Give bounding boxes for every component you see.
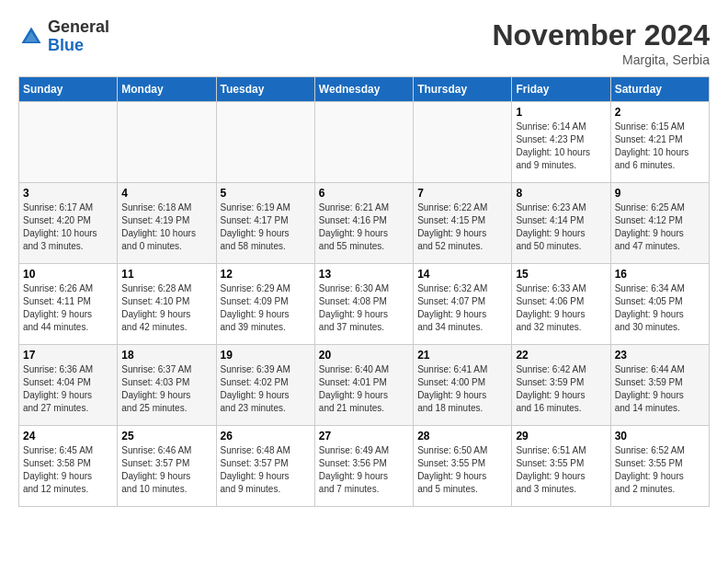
day-number: 6 [319, 187, 409, 200]
calendar-day-cell: 2Sunrise: 6:15 AM Sunset: 4:21 PM Daylig… [610, 102, 709, 183]
day-info: Sunrise: 6:40 AM Sunset: 4:01 PM Dayligh… [319, 363, 409, 415]
day-number: 28 [417, 430, 507, 442]
day-number: 5 [221, 187, 311, 200]
day-info: Sunrise: 6:37 AM Sunset: 4:03 PM Dayligh… [121, 363, 211, 415]
day-number: 30 [615, 430, 705, 442]
calendar-day-cell: 29Sunrise: 6:51 AM Sunset: 3:55 PM Dayli… [512, 426, 610, 507]
day-info: Sunrise: 6:25 AM Sunset: 4:12 PM Dayligh… [615, 201, 705, 253]
calendar-day-cell [118, 102, 216, 183]
day-info: Sunrise: 6:44 AM Sunset: 3:59 PM Dayligh… [615, 363, 705, 415]
day-number: 1 [516, 106, 606, 119]
day-number: 22 [516, 349, 606, 362]
day-number: 25 [121, 430, 211, 442]
calendar-day-cell: 16Sunrise: 6:34 AM Sunset: 4:05 PM Dayli… [610, 264, 709, 345]
day-number: 23 [615, 349, 705, 362]
weekday-header-saturday: Saturday [610, 77, 709, 102]
location-subtitle: Margita, Serbia [492, 52, 710, 67]
day-number: 21 [417, 349, 507, 362]
day-info: Sunrise: 6:26 AM Sunset: 4:11 PM Dayligh… [23, 282, 113, 334]
calendar-week-row: 1Sunrise: 6:14 AM Sunset: 4:23 PM Daylig… [19, 102, 710, 183]
calendar-day-cell: 12Sunrise: 6:29 AM Sunset: 4:09 PM Dayli… [216, 264, 314, 345]
day-info: Sunrise: 6:50 AM Sunset: 3:55 PM Dayligh… [417, 444, 507, 496]
weekday-header-friday: Friday [512, 77, 610, 102]
calendar-day-cell: 30Sunrise: 6:52 AM Sunset: 3:55 PM Dayli… [610, 426, 709, 507]
day-info: Sunrise: 6:48 AM Sunset: 3:57 PM Dayligh… [221, 444, 311, 496]
day-info: Sunrise: 6:51 AM Sunset: 3:55 PM Dayligh… [516, 444, 606, 496]
day-number: 26 [221, 430, 311, 442]
calendar-day-cell: 6Sunrise: 6:21 AM Sunset: 4:16 PM Daylig… [314, 183, 413, 264]
calendar-day-cell: 11Sunrise: 6:28 AM Sunset: 4:10 PM Dayli… [118, 264, 216, 345]
day-info: Sunrise: 6:28 AM Sunset: 4:10 PM Dayligh… [121, 282, 211, 334]
day-info: Sunrise: 6:21 AM Sunset: 4:16 PM Dayligh… [319, 201, 409, 253]
day-number: 19 [221, 349, 311, 362]
calendar-week-row: 10Sunrise: 6:26 AM Sunset: 4:11 PM Dayli… [19, 264, 710, 345]
day-info: Sunrise: 6:29 AM Sunset: 4:09 PM Dayligh… [221, 282, 311, 334]
day-info: Sunrise: 6:19 AM Sunset: 4:17 PM Dayligh… [221, 201, 311, 253]
day-info: Sunrise: 6:30 AM Sunset: 4:08 PM Dayligh… [319, 282, 409, 334]
day-number: 13 [319, 268, 409, 281]
calendar-day-cell: 20Sunrise: 6:40 AM Sunset: 4:01 PM Dayli… [314, 345, 413, 426]
logo-text: General Blue [48, 18, 109, 55]
logo-icon [18, 24, 44, 50]
weekday-header-monday: Monday [118, 77, 216, 102]
day-info: Sunrise: 6:22 AM Sunset: 4:15 PM Dayligh… [417, 201, 507, 253]
title-area: November 2024 Margita, Serbia [492, 18, 710, 67]
calendar-day-cell: 24Sunrise: 6:45 AM Sunset: 3:58 PM Dayli… [19, 426, 118, 507]
day-info: Sunrise: 6:14 AM Sunset: 4:23 PM Dayligh… [516, 121, 606, 172]
calendar-day-cell: 8Sunrise: 6:23 AM Sunset: 4:14 PM Daylig… [512, 183, 610, 264]
calendar-day-cell: 9Sunrise: 6:25 AM Sunset: 4:12 PM Daylig… [610, 183, 709, 264]
calendar-week-row: 17Sunrise: 6:36 AM Sunset: 4:04 PM Dayli… [19, 345, 710, 426]
calendar-day-cell: 7Sunrise: 6:22 AM Sunset: 4:15 PM Daylig… [414, 183, 512, 264]
day-info: Sunrise: 6:52 AM Sunset: 3:55 PM Dayligh… [615, 444, 705, 496]
page-header: General Blue November 2024 Margita, Serb… [18, 18, 710, 67]
day-info: Sunrise: 6:45 AM Sunset: 3:58 PM Dayligh… [23, 444, 113, 496]
day-number: 8 [516, 187, 606, 200]
day-number: 16 [615, 268, 705, 281]
calendar-day-cell: 17Sunrise: 6:36 AM Sunset: 4:04 PM Dayli… [19, 345, 118, 426]
calendar-table: SundayMondayTuesdayWednesdayThursdayFrid… [18, 76, 710, 507]
calendar-day-cell: 28Sunrise: 6:50 AM Sunset: 3:55 PM Dayli… [414, 426, 512, 507]
day-info: Sunrise: 6:18 AM Sunset: 4:19 PM Dayligh… [121, 201, 211, 253]
calendar-week-row: 3Sunrise: 6:17 AM Sunset: 4:20 PM Daylig… [19, 183, 710, 264]
calendar-day-cell [414, 102, 512, 183]
calendar-day-cell: 15Sunrise: 6:33 AM Sunset: 4:06 PM Dayli… [512, 264, 610, 345]
day-number: 4 [121, 187, 211, 200]
day-number: 12 [221, 268, 311, 281]
day-number: 10 [23, 268, 113, 281]
day-number: 24 [23, 430, 113, 442]
day-number: 9 [615, 187, 705, 200]
day-info: Sunrise: 6:46 AM Sunset: 3:57 PM Dayligh… [121, 444, 211, 496]
weekday-header-sunday: Sunday [19, 77, 118, 102]
calendar-day-cell: 23Sunrise: 6:44 AM Sunset: 3:59 PM Dayli… [610, 345, 709, 426]
day-info: Sunrise: 6:23 AM Sunset: 4:14 PM Dayligh… [516, 201, 606, 253]
day-number: 14 [417, 268, 507, 281]
calendar-day-cell [216, 102, 314, 183]
day-number: 27 [319, 430, 409, 442]
calendar-day-cell: 25Sunrise: 6:46 AM Sunset: 3:57 PM Dayli… [118, 426, 216, 507]
day-number: 15 [516, 268, 606, 281]
calendar-day-cell: 5Sunrise: 6:19 AM Sunset: 4:17 PM Daylig… [216, 183, 314, 264]
day-info: Sunrise: 6:32 AM Sunset: 4:07 PM Dayligh… [417, 282, 507, 334]
calendar-day-cell: 18Sunrise: 6:37 AM Sunset: 4:03 PM Dayli… [118, 345, 216, 426]
day-number: 20 [319, 349, 409, 362]
calendar-day-cell: 14Sunrise: 6:32 AM Sunset: 4:07 PM Dayli… [414, 264, 512, 345]
calendar-day-cell: 26Sunrise: 6:48 AM Sunset: 3:57 PM Dayli… [216, 426, 314, 507]
day-number: 7 [417, 187, 507, 200]
calendar-day-cell: 19Sunrise: 6:39 AM Sunset: 4:02 PM Dayli… [216, 345, 314, 426]
weekday-header-row: SundayMondayTuesdayWednesdayThursdayFrid… [19, 77, 710, 102]
weekday-header-tuesday: Tuesday [216, 77, 314, 102]
day-info: Sunrise: 6:17 AM Sunset: 4:20 PM Dayligh… [23, 201, 113, 253]
calendar-day-cell: 4Sunrise: 6:18 AM Sunset: 4:19 PM Daylig… [118, 183, 216, 264]
calendar-week-row: 24Sunrise: 6:45 AM Sunset: 3:58 PM Dayli… [19, 426, 710, 507]
day-info: Sunrise: 6:33 AM Sunset: 4:06 PM Dayligh… [516, 282, 606, 334]
logo: General Blue [18, 18, 109, 55]
weekday-header-wednesday: Wednesday [314, 77, 413, 102]
calendar-day-cell [314, 102, 413, 183]
calendar-day-cell: 3Sunrise: 6:17 AM Sunset: 4:20 PM Daylig… [19, 183, 118, 264]
day-info: Sunrise: 6:41 AM Sunset: 4:00 PM Dayligh… [417, 363, 507, 415]
calendar-day-cell: 10Sunrise: 6:26 AM Sunset: 4:11 PM Dayli… [19, 264, 118, 345]
day-info: Sunrise: 6:39 AM Sunset: 4:02 PM Dayligh… [221, 363, 311, 415]
day-number: 17 [23, 349, 113, 362]
day-number: 18 [121, 349, 211, 362]
day-number: 11 [121, 268, 211, 281]
